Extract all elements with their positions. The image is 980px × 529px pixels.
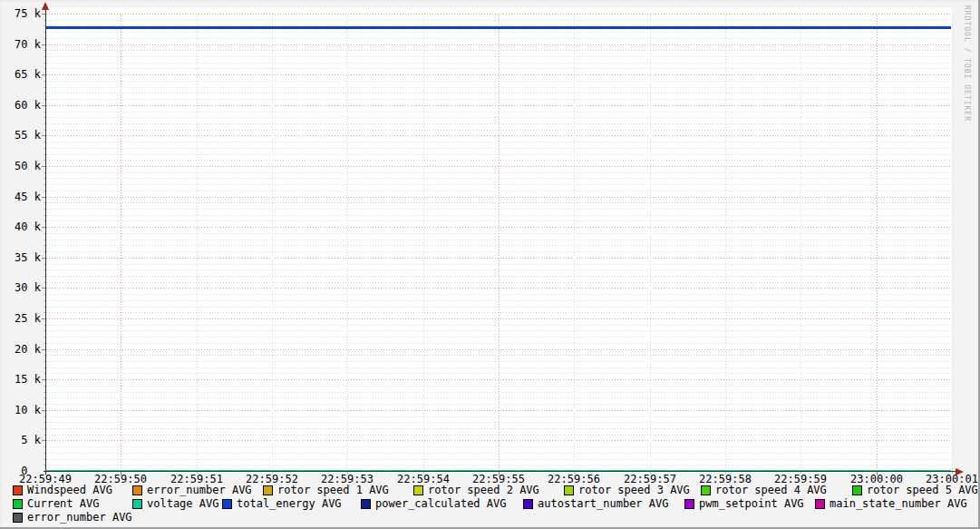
y-axis-label: 15 k: [0, 374, 41, 386]
y-axis-label: 10 k: [0, 405, 41, 416]
y-axis-label: 65 k: [0, 69, 41, 81]
legend-label: rotor speed 2 AVG: [428, 485, 539, 496]
y-axis-label: 35 k: [0, 252, 41, 264]
legend-label: pwm_setpoint AVG: [699, 498, 804, 510]
legend-label: total_energy AVG: [237, 498, 342, 510]
legend-label: power_calculated AVG: [375, 498, 507, 510]
legend-swatch-icon: [852, 485, 862, 495]
legend-swatch-icon: [413, 485, 423, 495]
y-axis: [45, 9, 46, 475]
frame-edge-top: [0, 0, 980, 2]
legend-swatch-icon: [263, 485, 273, 495]
y-axis-label: 40 k: [0, 221, 41, 233]
legend-swatch-icon: [13, 485, 23, 495]
gridline-v-minor: [574, 14, 575, 471]
y-axis-label: 75 k: [0, 8, 41, 20]
gridline-v-minor: [800, 14, 801, 471]
y-axis-label: 30 k: [0, 282, 41, 294]
gridline-v-minor: [650, 14, 651, 471]
legend-swatch-icon: [13, 499, 23, 509]
legend-swatch-icon: [13, 513, 23, 523]
y-axis-label: 25 k: [0, 313, 41, 325]
total-energy-line: [46, 26, 951, 29]
y-axis-label: 55 k: [0, 130, 41, 142]
legend-label: rotor speed 5 AVG: [867, 485, 978, 496]
y-axis-label: 50 k: [0, 161, 41, 172]
y-axis-label: 70 k: [0, 39, 41, 51]
legend-swatch-icon: [132, 499, 142, 509]
legend-swatch-icon: [684, 499, 694, 509]
gridline-v-major: [499, 14, 500, 471]
legend-swatch-icon: [361, 499, 371, 509]
gridline-v-major: [121, 14, 121, 471]
legend-label: rotor speed 1 AVG: [277, 485, 389, 496]
x-axis: [44, 471, 956, 472]
legend-label: Windspeed AVG: [27, 485, 112, 496]
legend-label: error_number AVG: [27, 512, 132, 524]
y-axis-arrow-icon: [42, 2, 49, 10]
legend-swatch-icon: [222, 499, 232, 509]
gridline-v-minor: [952, 14, 953, 471]
legend-swatch-icon: [132, 485, 142, 495]
gridline-v-major: [877, 14, 878, 471]
legend-label: rotor speed 4 AVG: [715, 485, 827, 496]
legend-swatch-icon: [701, 485, 711, 495]
legend-label: Current AVG: [27, 498, 99, 510]
frame-edge-left: [0, 0, 2, 529]
y-axis-label: 45 k: [0, 191, 41, 203]
legend-label: autostart_number AVG: [538, 498, 669, 510]
legend-swatch-icon: [523, 499, 533, 509]
legend-swatch-icon: [564, 485, 574, 495]
legend-label: main_state_number AVG: [830, 498, 967, 510]
rrdtool-watermark: RRDTOOL / TOBI OETIKER: [963, 5, 971, 122]
gridline-v-minor: [272, 14, 273, 471]
y-axis-label: 60 k: [0, 100, 41, 112]
gridline-v-minor: [197, 14, 198, 471]
gridline-v-minor: [423, 14, 424, 471]
legend-label: error_number AVG: [147, 485, 252, 496]
legend-label: rotor speed 3 AVG: [578, 485, 690, 496]
y-axis-label: 20 k: [0, 344, 41, 356]
gridline-v-minor: [725, 14, 726, 471]
y-axis-label: 5 k: [0, 435, 41, 446]
legend-swatch-icon: [815, 499, 825, 509]
rrdtool-graph: 75 k70 k65 k60 k55 k50 k45 k40 k35 k30 k…: [0, 0, 980, 529]
legend-label: voltage AVG: [147, 498, 218, 510]
gridline-v-minor: [347, 14, 348, 471]
